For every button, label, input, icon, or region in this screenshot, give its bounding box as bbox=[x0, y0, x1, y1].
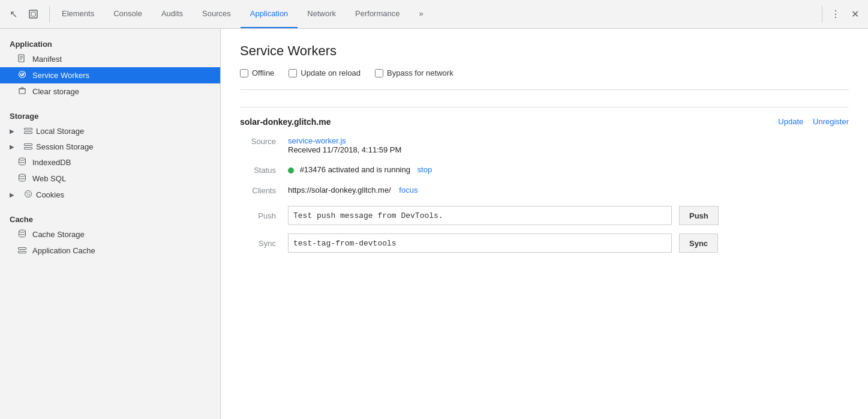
focus-link[interactable]: focus bbox=[399, 185, 418, 194]
worker-hostname-row: solar-donkey.glitch.me Update Unregister bbox=[240, 117, 849, 127]
tab-application[interactable]: Application bbox=[241, 0, 298, 28]
source-row: Source service-worker.js Received 11/7/2… bbox=[240, 136, 849, 154]
service-workers-label: Service Workers bbox=[32, 71, 89, 80]
cache-storage-label: Cache Storage bbox=[32, 230, 85, 239]
unregister-link[interactable]: Unregister bbox=[813, 117, 849, 127]
update-on-reload-checkbox[interactable] bbox=[289, 69, 297, 77]
push-row: Push Push bbox=[240, 206, 849, 225]
menu-button[interactable]: ⋮ bbox=[827, 6, 844, 23]
tab-audits[interactable]: Audits bbox=[152, 0, 193, 28]
worker-card: solar-donkey.glitch.me Update Unregister… bbox=[240, 107, 849, 253]
nav-tabs: Elements Console Audits Sources Applicat… bbox=[52, 0, 822, 28]
push-label: Push bbox=[240, 211, 288, 220]
cursor-icon[interactable]: ↖ bbox=[5, 6, 22, 23]
tab-network[interactable]: Network bbox=[298, 0, 346, 28]
source-label: Source bbox=[240, 136, 288, 146]
sidebar-item-service-workers[interactable]: Service Workers bbox=[0, 67, 220, 83]
push-input[interactable] bbox=[288, 206, 672, 225]
source-link[interactable]: service-worker.js bbox=[288, 136, 346, 145]
offline-checkbox[interactable] bbox=[240, 69, 248, 77]
cache-storage-icon bbox=[17, 229, 28, 240]
svg-rect-13 bbox=[25, 128, 32, 130]
session-storage-icon bbox=[23, 142, 34, 151]
tab-more[interactable]: » bbox=[409, 0, 433, 28]
indexeddb-label: IndexedDB bbox=[32, 158, 71, 167]
web-sql-icon bbox=[17, 173, 28, 184]
status-id: #13476 bbox=[300, 165, 326, 174]
session-storage-label: Session Storage bbox=[36, 142, 93, 151]
svg-point-22 bbox=[27, 194, 28, 196]
status-text: activated and is running bbox=[328, 165, 410, 174]
tab-sources[interactable]: Sources bbox=[193, 0, 241, 28]
web-sql-label: Web SQL bbox=[32, 174, 66, 183]
svg-rect-15 bbox=[25, 144, 32, 146]
sidebar-item-cache-storage[interactable]: Cache Storage bbox=[0, 226, 220, 243]
svg-rect-14 bbox=[25, 132, 32, 134]
sidebar-item-clear-storage[interactable]: Clear storage bbox=[0, 83, 220, 100]
clear-storage-icon bbox=[17, 86, 28, 97]
sidebar-item-cookies[interactable]: ▶ Cookies bbox=[0, 187, 220, 203]
sidebar-section-storage: Storage bbox=[0, 106, 220, 123]
sidebar-item-web-sql[interactable]: Web SQL bbox=[0, 170, 220, 187]
update-link[interactable]: Update bbox=[778, 117, 803, 127]
svg-point-20 bbox=[26, 193, 28, 194]
sidebar-item-session-storage[interactable]: ▶ Session Storage bbox=[0, 139, 220, 154]
toolbar: ↖ Elements Console Audits Sources Applic… bbox=[0, 0, 868, 29]
bypass-for-network-label: Bypass for network bbox=[387, 68, 453, 77]
sidebar-section-application: Application bbox=[0, 34, 220, 51]
received-text: Received 11/7/2018, 4:11:59 PM bbox=[288, 145, 401, 154]
tab-elements[interactable]: Elements bbox=[52, 0, 104, 28]
tab-performance[interactable]: Performance bbox=[346, 0, 409, 28]
cookies-icon bbox=[23, 190, 34, 200]
svg-rect-0 bbox=[29, 10, 37, 18]
svg-point-24 bbox=[19, 230, 26, 232]
application-cache-label: Application Cache bbox=[32, 246, 95, 255]
push-value: Push bbox=[288, 206, 849, 225]
source-value: service-worker.js Received 11/7/2018, 4:… bbox=[288, 136, 849, 154]
svg-rect-8 bbox=[19, 89, 25, 94]
update-on-reload-label: Update on reload bbox=[301, 68, 361, 77]
cookies-arrow: ▶ bbox=[10, 191, 18, 198]
clients-value: https://solar-donkey.glitch.me/ focus bbox=[288, 185, 849, 194]
sync-button[interactable]: Sync bbox=[679, 234, 718, 253]
sidebar-item-application-cache[interactable]: Application Cache bbox=[0, 243, 220, 258]
clients-row: Clients https://solar-donkey.glitch.me/ … bbox=[240, 185, 849, 195]
content-area: Service Workers Offline Update on reload… bbox=[221, 29, 868, 419]
sidebar-item-manifest[interactable]: Manifest bbox=[0, 51, 220, 67]
clear-storage-label: Clear storage bbox=[32, 87, 79, 96]
inspect-icon[interactable] bbox=[25, 6, 42, 23]
update-on-reload-checkbox-label[interactable]: Update on reload bbox=[289, 68, 361, 77]
manifest-label: Manifest bbox=[32, 55, 62, 64]
svg-point-19 bbox=[25, 191, 32, 197]
main-layout: Application Manifest bbox=[0, 29, 868, 419]
svg-rect-1 bbox=[31, 12, 35, 16]
application-cache-icon bbox=[17, 246, 28, 255]
tab-console[interactable]: Console bbox=[104, 0, 152, 28]
sync-row: Sync Sync bbox=[240, 234, 849, 253]
sidebar-item-indexeddb[interactable]: IndexedDB bbox=[0, 154, 220, 170]
stop-link[interactable]: stop bbox=[418, 165, 433, 174]
status-label: Status bbox=[240, 165, 288, 175]
bypass-for-network-checkbox-label[interactable]: Bypass for network bbox=[375, 68, 453, 77]
sidebar-section-cache: Cache bbox=[0, 209, 220, 226]
offline-checkbox-label[interactable]: Offline bbox=[240, 68, 274, 77]
svg-rect-25 bbox=[19, 248, 26, 250]
options-row: Offline Update on reload Bypass for netw… bbox=[240, 68, 849, 90]
cookies-label: Cookies bbox=[36, 190, 64, 199]
bypass-for-network-checkbox[interactable] bbox=[375, 69, 383, 77]
sync-input[interactable] bbox=[288, 234, 672, 253]
sidebar-item-local-storage[interactable]: ▶ Local Storage bbox=[0, 123, 220, 139]
manifest-icon bbox=[17, 54, 28, 64]
service-workers-icon bbox=[17, 70, 28, 80]
offline-label: Offline bbox=[252, 68, 274, 77]
status-value: #13476 activated and is running stop bbox=[288, 165, 849, 174]
session-storage-arrow: ▶ bbox=[10, 143, 18, 150]
push-button[interactable]: Push bbox=[679, 206, 719, 225]
close-button[interactable]: ✕ bbox=[846, 6, 863, 23]
sync-value: Sync bbox=[288, 234, 849, 253]
toolbar-right: ⋮ ✕ bbox=[822, 6, 863, 23]
svg-rect-16 bbox=[25, 148, 32, 149]
sidebar: Application Manifest bbox=[0, 29, 221, 419]
svg-point-21 bbox=[29, 192, 30, 193]
svg-point-23 bbox=[29, 194, 30, 196]
